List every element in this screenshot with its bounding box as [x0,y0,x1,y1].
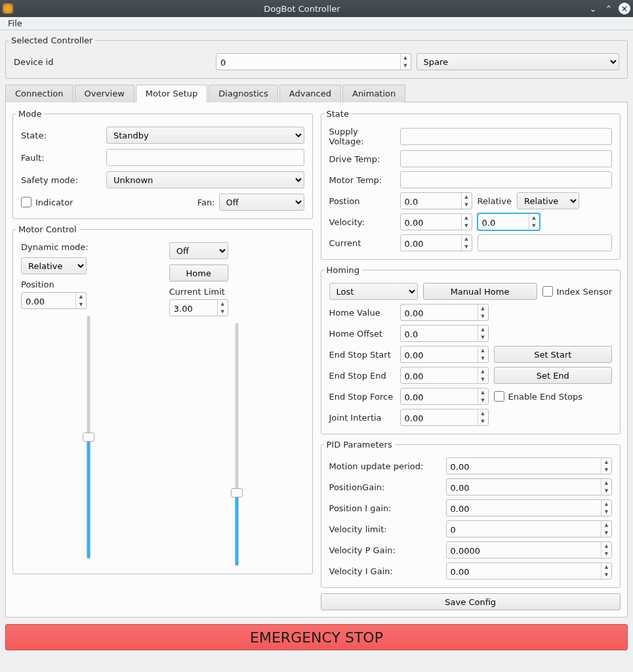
end-stop-force-label: End Stop Force [329,392,395,402]
fault-field[interactable] [106,149,304,166]
velocity-text-input[interactable] [478,214,529,231]
device-id-input[interactable] [216,54,400,71]
current-limit-spinbox[interactable]: ▲▼ [169,299,228,316]
index-sensor-input[interactable] [542,286,553,297]
set-start-button[interactable]: Set Start [494,346,613,363]
spin-down-icon[interactable]: ▼ [462,243,472,251]
tab-motor-setup[interactable]: Motor Setup [136,85,208,102]
position-label: Postion [329,196,395,206]
spin-down-icon[interactable]: ▼ [218,308,228,316]
dynamic-mode-select[interactable]: Off [169,242,228,259]
current-limit-label: Current Limit [169,287,304,297]
device-name-select[interactable]: Spare [417,53,620,70]
menu-bar: File [0,17,633,30]
current-spinbox[interactable]: ▲▼ [400,234,472,251]
homing-state-select[interactable]: Lost [329,283,418,300]
motion-period-label: Motion update period: [329,461,441,471]
velocity-i-gain-label: Velocity I Gain: [329,566,441,576]
motor-temp-field[interactable] [400,171,613,188]
spin-up-icon[interactable]: ▲ [462,214,472,222]
position-spinbox[interactable]: ▲▼ [21,292,87,309]
mode-group: Mode State: Standby Fault: Safety mode: … [12,109,313,219]
supply-voltage-field[interactable] [400,128,613,145]
minimize-icon[interactable]: ⌄ [587,3,599,14]
fault-label: Fault: [21,153,106,163]
velocity-spin-input[interactable] [401,214,461,231]
menu-file[interactable]: File [4,17,26,30]
homing-legend: Homing [324,265,363,275]
position-slider[interactable] [85,316,92,558]
end-stop-start-label: End Stop Start [329,350,395,360]
fan-label: Fan: [197,198,215,207]
home-value-spinbox[interactable]: ▲▼ [400,304,489,321]
position-state-input[interactable] [401,193,461,210]
enable-end-stops-input[interactable] [494,391,504,402]
set-end-button[interactable]: Set End [494,367,613,384]
velocity-p-gain-spinbox[interactable]: ▲▼ [446,541,613,558]
home-offset-label: Home Offset [329,329,395,339]
spin-down-icon[interactable]: ▼ [401,62,411,70]
fan-select[interactable]: Off [219,194,304,211]
spin-down-icon[interactable]: ▼ [76,301,86,308]
joint-inertia-spinbox[interactable]: ▲▼ [400,409,489,426]
relative-label: Relative [478,196,512,206]
position-gain-spinbox[interactable]: ▲▼ [446,478,613,495]
motion-period-spinbox[interactable]: ▲▼ [446,457,613,474]
spin-up-icon[interactable]: ▲ [401,54,411,62]
velocity-i-gain-spinbox[interactable]: ▲▼ [446,562,613,579]
relative-select[interactable]: Relative [21,257,87,274]
index-sensor-checkbox[interactable]: Index Sensor [542,286,612,297]
tab-diagnostics[interactable]: Diagnostics [209,85,277,102]
tab-advanced[interactable]: Advanced [279,85,341,102]
spin-up-icon[interactable]: ▲ [462,235,472,243]
tab-connection[interactable]: Connection [5,85,73,102]
tab-overview[interactable]: Overview [75,85,134,102]
position-i-gain-spinbox[interactable]: ▲▼ [446,499,613,516]
spin-up-icon[interactable]: ▲ [529,214,539,222]
spin-down-icon[interactable]: ▼ [462,201,472,209]
window-title: DogBot Controller [17,4,587,14]
home-button[interactable]: Home [169,264,228,282]
velocity-limit-spinbox[interactable]: ▲▼ [446,520,613,537]
state-label: State: [21,131,106,140]
close-icon[interactable]: ✕ [619,3,630,14]
drive-temp-field[interactable] [400,150,613,167]
home-offset-spinbox[interactable]: ▲▼ [400,325,489,342]
app-icon [3,3,13,14]
current-spin-input[interactable] [401,235,461,252]
state-group: State Supply Voltage: Drive Temp: Motor … [321,109,621,260]
tab-animation[interactable]: Animation [342,85,405,102]
end-stop-end-label: End Stop End [329,371,395,381]
maximize-icon[interactable]: ⌃ [603,3,615,14]
spin-down-icon[interactable]: ▼ [462,222,472,230]
enable-end-stops-checkbox[interactable]: Enable End Stops [494,391,613,402]
indicator-checkbox-input[interactable] [21,197,31,207]
end-stop-force-spinbox[interactable]: ▲▼ [400,388,489,405]
end-stop-start-spinbox[interactable]: ▲▼ [400,346,489,363]
current-text-field[interactable] [478,234,613,251]
relative-state-select[interactable]: Relative [517,192,579,209]
spin-down-icon[interactable]: ▼ [529,222,539,230]
current-limit-slider[interactable] [233,323,241,566]
manual-home-button[interactable]: Manual Home [423,283,537,300]
spin-up-icon[interactable]: ▲ [218,300,228,308]
current-limit-input[interactable] [170,300,217,317]
tab-panel-motor-setup: Mode State: Standby Fault: Safety mode: … [5,102,628,618]
position-state-spinbox[interactable]: ▲▼ [400,192,472,209]
position-spin-input[interactable] [22,293,75,310]
velocity-limit-label: Velocity limit: [329,524,441,534]
device-id-spinbox[interactable]: ▲▼ [216,53,411,70]
spin-up-icon[interactable]: ▲ [462,193,472,201]
state-legend: State [324,109,352,119]
state-select[interactable]: Standby [106,127,304,144]
velocity-spinbox[interactable]: ▲▼ [400,213,472,230]
indicator-checkbox[interactable]: Indicator [21,197,197,207]
velocity-text-spinbox[interactable]: ▲▼ [478,213,540,230]
velocity-label: Velocity: [329,217,395,227]
motor-control-legend: Motor Control [16,224,79,234]
save-config-button[interactable]: Save Config [321,593,621,610]
spin-up-icon[interactable]: ▲ [76,293,86,301]
emergency-stop-button[interactable]: EMERGENCY STOP [5,624,628,650]
safety-mode-select[interactable]: Unknown [106,171,304,188]
end-stop-end-spinbox[interactable]: ▲▼ [400,367,489,384]
